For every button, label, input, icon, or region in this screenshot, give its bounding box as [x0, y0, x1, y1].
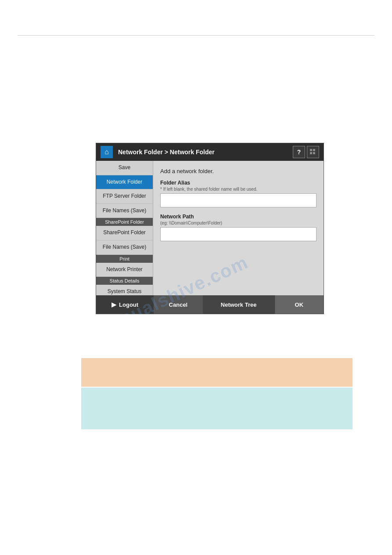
dialog-title: Network Folder > Network Folder	[118, 149, 291, 156]
bottom-boxes	[81, 358, 352, 429]
folder-alias-input[interactable]	[160, 193, 316, 207]
sidebar-item-file-names-save-1[interactable]: File Names (Save)	[96, 204, 153, 218]
sidebar-item-network-printer[interactable]: Network Printer	[96, 263, 153, 277]
home-icon[interactable]: ⌂	[101, 146, 113, 158]
cancel-button[interactable]: Cancel	[154, 295, 202, 314]
sidebar-item-network-folder[interactable]: Network Folder	[96, 175, 153, 190]
svg-rect-0	[310, 149, 312, 151]
sharepoint-folder-header: SharePoint Folder	[96, 218, 153, 226]
sidebar-item-system-status[interactable]: System Status	[96, 285, 153, 295]
network-path-group: Network Path (eg: \\Domain\Computer\Fold…	[160, 214, 316, 241]
teal-box	[81, 388, 352, 429]
content-description: Add a network folder.	[160, 168, 316, 174]
sidebar-item-save[interactable]: Save	[96, 161, 153, 175]
orange-box	[81, 358, 352, 387]
sidebar: Save Network Folder FTP Server Folder Fi…	[96, 161, 153, 295]
folder-alias-label: Folder Alias	[160, 180, 316, 186]
status-details-header: Status Details	[96, 277, 153, 285]
sidebar-item-file-names-save-2[interactable]: File Names (Save)	[96, 240, 153, 255]
dialog-actions: ▶ Logout Cancel Network Tree OK	[96, 295, 324, 314]
dialog-body: Save Network Folder FTP Server Folder Fi…	[96, 161, 324, 295]
logout-button[interactable]: ▶ Logout	[96, 295, 154, 314]
svg-rect-1	[313, 149, 315, 151]
print-header: Print	[96, 255, 153, 263]
network-path-hint: (eg: \\Domain\Computer\Folder)	[160, 221, 316, 225]
network-path-label: Network Path	[160, 214, 316, 220]
content-area: Add a network folder. Folder Alias * If …	[153, 161, 324, 295]
help-button[interactable]: ?	[293, 146, 305, 158]
svg-rect-3	[313, 152, 315, 154]
top-divider	[18, 35, 374, 36]
grid-button[interactable]	[307, 146, 319, 158]
dialog-titlebar: ⌂ Network Folder > Network Folder ?	[96, 143, 324, 161]
network-tree-button[interactable]: Network Tree	[203, 295, 275, 314]
network-folder-dialog: ⌂ Network Folder > Network Folder ? Save…	[96, 143, 324, 314]
network-path-input[interactable]	[160, 227, 316, 241]
logout-icon: ▶	[111, 301, 116, 308]
folder-alias-hint: * If left blank, the shared folder name …	[160, 187, 316, 192]
ok-button[interactable]: OK	[275, 295, 324, 314]
sidebar-item-sharepoint-folder[interactable]: SharePoint Folder	[96, 226, 153, 240]
svg-rect-2	[310, 152, 312, 154]
folder-alias-group: Folder Alias * If left blank, the shared…	[160, 180, 316, 207]
sidebar-item-ftp-server-folder[interactable]: FTP Server Folder	[96, 189, 153, 204]
